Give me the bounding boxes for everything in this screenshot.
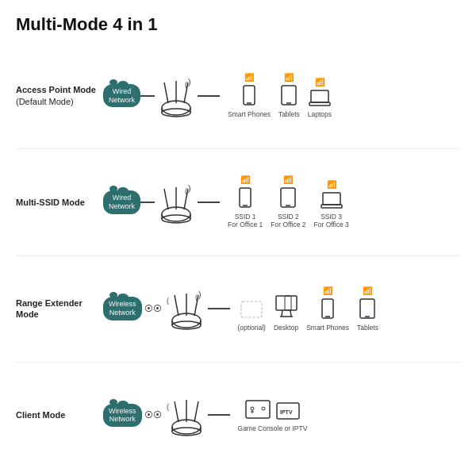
line-3 [140,202,155,203]
device-desktop: Desktop [274,295,298,332]
page: Multi-Mode 4 in 1 Access Point Mode(Defa… [0,0,476,476]
svg-rect-26 [281,188,295,207]
svg-rect-9 [244,86,255,105]
line-2 [198,95,220,97]
svg-rect-11 [282,86,296,105]
signal-waves-re: ⦿⦿ [144,304,162,313]
signal-waves-client: ⦿⦿ [144,410,162,420]
svg-rect-14 [309,102,330,106]
modes-container: Access Point Mode(Default Mode) WiredNet… [16,43,460,468]
svg-rect-40 [241,301,262,317]
svg-rect-46 [322,299,333,318]
router-2: ( ) [155,179,198,225]
svg-rect-24 [240,188,251,207]
devices-ap: 📶 Smart Phones 📶 Tablets [228,73,332,118]
mode-row-client: Client Mode WirelessNetwork ⦿⦿ ( [16,363,460,468]
svg-rect-45 [285,296,291,310]
mode-diagram-range-extender: WirelessNetwork ⦿⦿ ( ( ) [103,286,460,332]
label-smartphones: Smart Phones [228,110,271,118]
svg-rect-29 [321,205,342,208]
device-tablet-ssid2: 📶 SSID 2For Office 2 [271,175,305,228]
devices-client: IPTV Game Console or IPTV [238,397,308,432]
line-4 [198,202,220,203]
cloud-wireless-2: WirelessNetwork [103,404,142,428]
svg-text:): ) [188,183,191,193]
mode-label-range-extender: Range Extender Mode [16,298,103,321]
device-tablet-1: 📶 Tablets [278,73,300,118]
svg-line-33 [175,295,178,316]
line-6 [208,414,230,416]
svg-text:): ) [198,290,202,299]
mode-row-access-point: Access Point Mode(Default Mode) WiredNet… [16,43,460,149]
svg-line-53 [194,401,198,422]
devices-re: (optional) Desktop [238,286,378,332]
mode-label-multi-ssid: Multi-SSID Mode [16,197,103,208]
router-4: ( [165,392,208,438]
device-laptop-ssid3: 📶 SSID 3For Office 3 [314,180,349,228]
device-console-iptv: IPTV Game Console or IPTV [238,397,308,432]
svg-text:(: ( [167,403,169,411]
svg-rect-28 [323,193,340,205]
svg-rect-58 [246,401,270,418]
svg-text:IPTV: IPTV [280,409,293,415]
router-3: ( ( ) [165,286,208,332]
svg-text:): ) [188,77,191,86]
svg-line-43 [290,310,291,317]
device-optional: (optional) [238,298,266,332]
router-1: ( ) [155,73,198,119]
svg-rect-13 [311,90,328,102]
svg-rect-48 [360,299,374,318]
svg-line-42 [282,310,282,317]
svg-line-51 [175,401,178,422]
mode-label-access-point: Access Point Mode(Default Mode) [16,84,103,107]
line-5 [208,308,230,309]
svg-rect-41 [276,296,297,310]
line-1 [140,95,155,97]
mode-row-multi-ssid: Multi-SSID Mode WiredNetwork ( ) [16,149,460,255]
cloud-wired-1: WiredNetwork [103,84,140,108]
mode-row-range-extender: Range Extender Mode WirelessNetwork ⦿⦿ (… [16,256,460,363]
svg-text:(: ( [167,297,169,305]
svg-line-17 [164,189,168,209]
mode-diagram-client: WirelessNetwork ⦿⦿ ( [103,392,460,438]
mode-diagram-multi-ssid: WiredNetwork ( ) [103,175,460,228]
svg-point-60 [262,407,265,410]
svg-point-59 [251,407,254,410]
device-tablet-re: 📶 Tablets [357,286,378,332]
device-phone-ssid1: 📶 SSID 1For Office 1 [228,175,263,228]
mode-diagram-access-point: WiredNetwork ( ) [103,73,460,119]
devices-ssid: 📶 SSID 1For Office 1 📶 SSID [228,175,349,228]
device-laptop-1: 📶 Laptops [308,78,332,118]
mode-label-client: Client Mode [16,409,103,420]
device-phone-re: 📶 Smart Phones [306,286,349,332]
cloud-wired-2: WiredNetwork [103,190,140,214]
device-phone-1: 📶 Smart Phones [228,73,271,118]
page-title: Multi-Mode 4 in 1 [16,14,460,35]
cloud-wireless-1: WirelessNetwork [103,297,142,321]
svg-line-2 [164,83,168,103]
